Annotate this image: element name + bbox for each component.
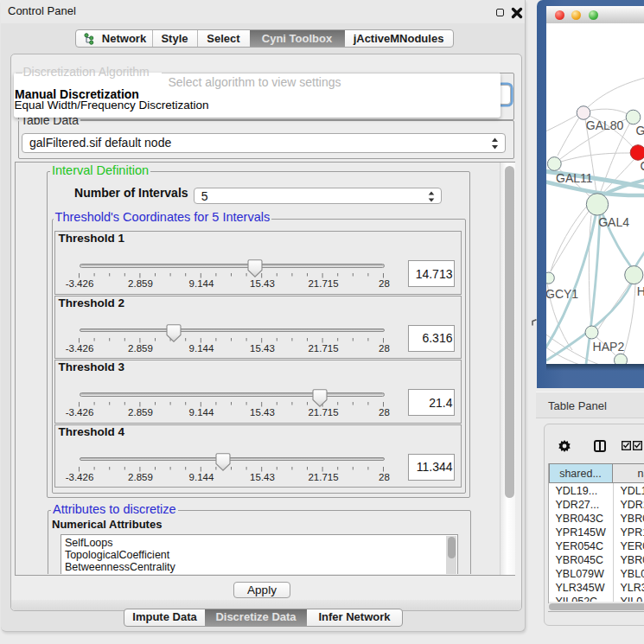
svg-text:GAL4: GAL4 xyxy=(598,215,629,229)
svg-text:GAL11: GAL11 xyxy=(556,171,593,185)
svg-text:GA: GA xyxy=(636,124,644,137)
svg-text:GAL80: GAL80 xyxy=(586,118,624,132)
svg-text:C: C xyxy=(641,159,644,173)
svg-text:HAP2: HAP2 xyxy=(593,340,625,354)
svg-text:H: H xyxy=(637,284,644,298)
svg-text:GCY1: GCY1 xyxy=(546,287,578,301)
